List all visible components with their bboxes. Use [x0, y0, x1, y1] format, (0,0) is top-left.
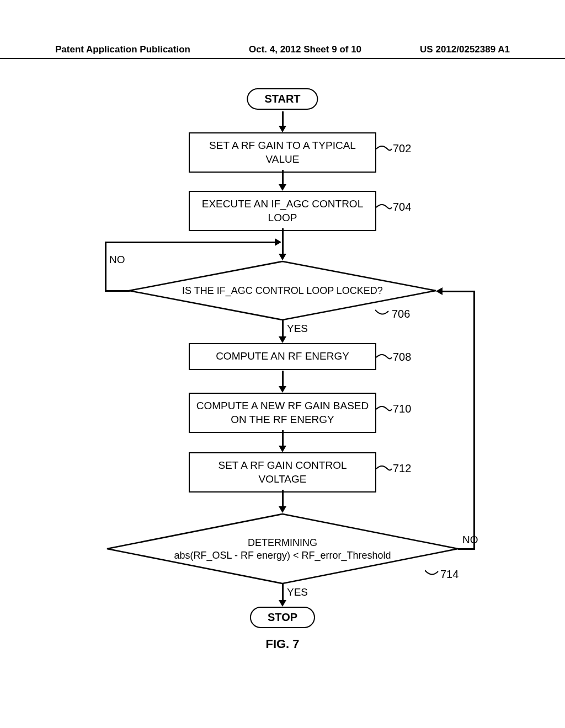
terminal-start: START: [247, 88, 318, 110]
ref-curve-704: [376, 202, 393, 213]
arrow-708-710: [282, 371, 284, 387]
arrow-706-708: [282, 320, 284, 338]
no-loop-v: [105, 242, 106, 291]
edge-no-714: NO: [462, 534, 478, 546]
ref-curve-702: [376, 143, 393, 154]
ref-706: 706: [392, 308, 410, 320]
header-center: Oct. 4, 2012 Sheet 9 of 10: [249, 44, 361, 55]
edge-no-706: NO: [109, 254, 125, 266]
arrowhead-no-loop: [275, 238, 281, 246]
ref-710: 710: [393, 403, 411, 415]
ref-curve-712: [376, 463, 393, 474]
decision-714: DETERMINING abs(RF_OSL - RF energy) < RF…: [106, 513, 459, 585]
no714-v: [473, 291, 475, 550]
process-710: COMPUTE A NEW RF GAIN BASED ON THE RF EN…: [189, 393, 376, 433]
process-704-text: EXECUTE AN IF_AGC CONTROL LOOP: [202, 198, 363, 223]
process-704: EXECUTE AN IF_AGC CONTROL LOOP: [189, 191, 376, 231]
ref-702: 702: [393, 142, 411, 155]
arrowhead-704-706: [279, 254, 286, 260]
header-right: US 2012/0252389 A1: [420, 44, 510, 55]
ref-curve-708: [376, 352, 393, 363]
process-710-text: COMPUTE A NEW RF GAIN BASED ON THE RF EN…: [196, 400, 369, 425]
ref-714: 714: [440, 568, 459, 581]
ref-curve-710: [376, 404, 393, 415]
decision-706-text: IS THE IF_AGC CONTROL LOOP LOCKED?: [143, 285, 422, 297]
no714-h2: [441, 291, 475, 292]
arrow-710-712: [282, 430, 284, 447]
no-loop-h2: [105, 242, 276, 243]
arrow-start-702: [282, 111, 284, 127]
arrowhead-702-704: [279, 184, 286, 191]
decision-714-line1: DETERMINING: [248, 537, 317, 548]
process-712: SET A RF GAIN CONTROL VOLTAGE: [189, 452, 376, 493]
stop-label: STOP: [268, 611, 297, 623]
process-708-text: COMPUTE AN RF ENERGY: [216, 350, 349, 362]
no-loop-h1: [105, 290, 130, 292]
ref-curve-714: [425, 568, 441, 581]
header-left: Patent Application Publication: [55, 44, 190, 55]
edge-yes-714: YES: [287, 586, 308, 598]
arrowhead-708-710: [279, 386, 286, 393]
no714-h1: [458, 548, 475, 550]
terminal-stop: STOP: [250, 607, 315, 628]
arrowhead-712-714: [279, 506, 286, 513]
start-label: START: [264, 93, 300, 105]
arrowhead-714-stop: [279, 600, 286, 607]
arrow-704-706: [282, 228, 284, 255]
figure-caption: FIG. 7: [265, 637, 299, 651]
decision-714-text: DETERMINING abs(RF_OSL - RF energy) < RF…: [124, 537, 441, 561]
decision-714-line2: abs(RF_OSL - RF energy) < RF_error_Thres…: [174, 549, 391, 560]
process-708: COMPUTE AN RF ENERGY: [189, 343, 376, 370]
arrowhead-no714: [436, 287, 443, 295]
arrow-712-714: [282, 490, 284, 507]
ref-704: 704: [393, 201, 411, 213]
ref-712: 712: [393, 462, 411, 475]
ref-curve-706: [375, 308, 392, 321]
arrowhead-706-708: [279, 336, 286, 343]
process-702-text: SET A RF GAIN TO A TYPICAL VALUE: [209, 140, 356, 165]
ref-708: 708: [393, 351, 411, 363]
arrow-714-stop: [282, 584, 284, 601]
process-702: SET A RF GAIN TO A TYPICAL VALUE: [189, 132, 376, 173]
edge-yes-706: YES: [287, 323, 308, 335]
arrowhead-710-712: [279, 446, 286, 452]
patent-header: Patent Application Publication Oct. 4, 2…: [0, 44, 565, 59]
arrow-702-704: [282, 170, 284, 185]
process-712-text: SET A RF GAIN CONTROL VOLTAGE: [218, 459, 347, 485]
arrowhead-start-702: [279, 126, 286, 132]
